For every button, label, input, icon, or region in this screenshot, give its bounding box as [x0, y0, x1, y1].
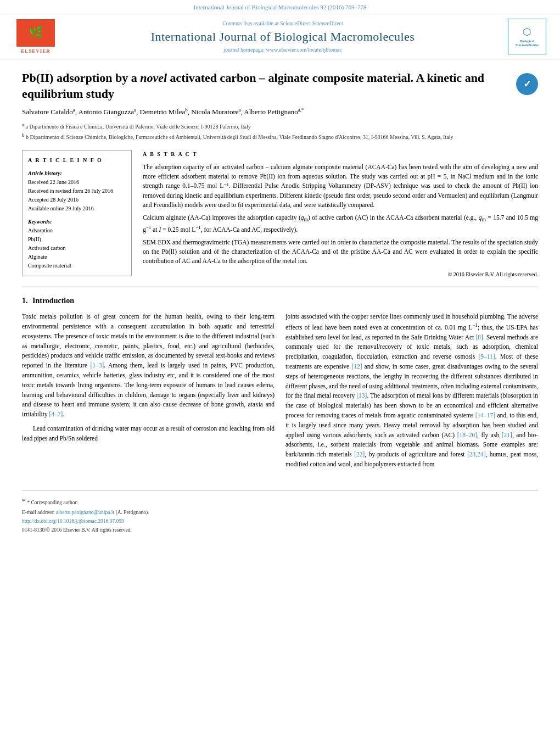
- ref-22[interactable]: [22]: [354, 451, 365, 458]
- doi-note: http://dx.doi.org/10.1016/j.ijbiomac.201…: [22, 518, 538, 525]
- elsevier-tree-icon: 🌿: [29, 24, 43, 41]
- journal-homepage: journal homepage: www.elsevier.com/locat…: [66, 46, 500, 54]
- ref-4-7[interactable]: [4–7]: [49, 411, 63, 417]
- ref-12[interactable]: [12]: [351, 363, 362, 370]
- sciencedirect-name[interactable]: ScienceDirect: [312, 20, 343, 26]
- keyword-5: Composite material: [28, 261, 126, 270]
- authors-section: Salvatore Cataldoa, Antonio Gianguzzaa, …: [22, 107, 538, 118]
- history-label: Article history:: [28, 169, 126, 178]
- abstract-para-3: SEM-EDX and thermogravimetric (TGA) meas…: [143, 238, 538, 266]
- section-divider: [22, 287, 538, 287]
- ref-21[interactable]: [21]: [502, 432, 512, 438]
- journal-top-bar: International Journal of Biological Macr…: [0, 0, 560, 14]
- issn-note: 0141-8130/© 2016 Elsevier B.V. All right…: [22, 527, 538, 534]
- keywords-section: Keywords: Adsorption Pb(II) Activated ca…: [28, 217, 126, 270]
- ref-14-17[interactable]: [14–17]: [475, 412, 495, 419]
- crossmark-icon: ✓: [516, 73, 538, 95]
- copyright-line: © 2016 Elsevier B.V. All rights reserved…: [143, 270, 538, 278]
- article-info-abstract: A R T I C L E I N F O Article history: R…: [22, 150, 538, 279]
- ref-9-11[interactable]: [9–11]: [478, 353, 495, 360]
- abstract-section: A B S T R A C T The adsorption capacity …: [143, 150, 538, 279]
- article-title: Pb(II) adsorption by a novel activated c…: [22, 70, 508, 102]
- intro-body: Toxic metals pollution is of great conce…: [22, 312, 538, 474]
- author-1: Salvatore Cataldo: [22, 108, 73, 116]
- ref-8[interactable]: [8]: [476, 334, 483, 341]
- abstract-para-2: Calcium alginate (AA-Ca) improves the ad…: [143, 213, 538, 235]
- accepted-date: Accepted 28 July 2016: [28, 196, 126, 204]
- ref-23-24[interactable]: [23,24]: [467, 451, 486, 458]
- elsevier-logo: 🌿 ELSEVIER: [11, 19, 60, 55]
- journal-header-center: Contents lists available at ScienceDirec…: [66, 20, 500, 54]
- article-info-title: A R T I C L E I N F O: [28, 156, 126, 165]
- keyword-2: Pb(II): [28, 235, 126, 244]
- affiliation-b: b b Dipartimento di Scienze Chimiche, Bi…: [22, 132, 538, 141]
- article-content: Pb(II) adsorption by a novel activated c…: [0, 59, 560, 546]
- available-date: Available online 29 July 2016: [28, 204, 126, 213]
- introduction-section: 1. Introduction Toxic metals pollution i…: [22, 295, 538, 473]
- email-note: E-mail address: alberto.pettignano@unipa…: [22, 509, 538, 516]
- intro-left-para-1: Toxic metals pollution is of great conce…: [22, 312, 275, 420]
- intro-left-col: Toxic metals pollution is of great conce…: [22, 312, 275, 474]
- ref-18-20[interactable]: [18–20]: [457, 432, 477, 438]
- keyword-4: Alginate: [28, 253, 126, 261]
- author-2: Antonio Gianguzza: [79, 108, 134, 116]
- article-info-box: A R T I C L E I N F O Article history: R…: [22, 150, 132, 276]
- article-title-section: Pb(II) adsorption by a novel activated c…: [22, 70, 538, 102]
- author-4: Nicola Muratore: [191, 108, 238, 116]
- journal-header: 🌿 ELSEVIER Contents lists available at S…: [0, 14, 560, 59]
- sciencedirect-link: Contents lists available at ScienceDirec…: [66, 20, 500, 27]
- ref-1-3[interactable]: [1–3]: [90, 362, 104, 369]
- journal-citation: International Journal of Biological Macr…: [194, 4, 367, 10]
- keywords-label: Keywords:: [28, 217, 126, 226]
- bio-macro-icon: ⬡: [523, 26, 531, 38]
- journal-logo-box: ⬡ BiologicalMacromolecules: [505, 19, 549, 54]
- crossmark-badge: ✓: [516, 73, 538, 95]
- elsevier-wordmark: ELSEVIER: [21, 48, 51, 55]
- corresponding-note: * * Corresponding author.: [22, 496, 538, 507]
- revised-date: Received in revised form 26 July 2016: [28, 187, 126, 196]
- article-footer: * * Corresponding author. E-mail address…: [22, 490, 538, 534]
- abstract-text: The adsorption capacity of an activated …: [143, 163, 538, 266]
- journal-title: International Journal of Biological Macr…: [66, 30, 500, 44]
- received-date: Received 22 June 2016: [28, 178, 126, 187]
- intro-right-col: joints associated with the copper servic…: [285, 312, 538, 474]
- abstract-title: A B S T R A C T: [143, 150, 538, 158]
- intro-left-para-2: Lead contamination of drinking water may…: [22, 424, 275, 444]
- homepage-url[interactable]: www.elsevier.com/locate/ijbiomac: [266, 47, 342, 53]
- affiliation-a: a a Dipartimento di Fisica e Chimica, Un…: [22, 121, 538, 131]
- affiliations: a a Dipartimento di Fisica e Chimica, Un…: [22, 121, 538, 142]
- keyword-3: Activated carbon: [28, 244, 126, 253]
- ref-13[interactable]: [13]: [356, 392, 367, 399]
- article-info-col: A R T I C L E I N F O Article history: R…: [22, 150, 132, 279]
- author-3: Demetrio Milea: [140, 108, 186, 116]
- keyword-1: Adsorption: [28, 226, 126, 235]
- doi-link[interactable]: http://dx.doi.org/10.1016/j.ijbiomac.201…: [22, 518, 124, 524]
- section-header-intro: 1. Introduction: [22, 295, 538, 306]
- abstract-para-1: The adsorption capacity of an activated …: [143, 163, 538, 210]
- author-5: Alberto Pettignano: [244, 108, 298, 116]
- intro-right-para-1: joints associated with the copper servic…: [285, 312, 538, 470]
- email-link[interactable]: alberto.pettignano@unipa.it: [56, 510, 114, 515]
- abstract-col: A B S T R A C T The adsorption capacity …: [143, 150, 538, 279]
- article-history: Article history: Received 22 June 2016 R…: [28, 169, 126, 213]
